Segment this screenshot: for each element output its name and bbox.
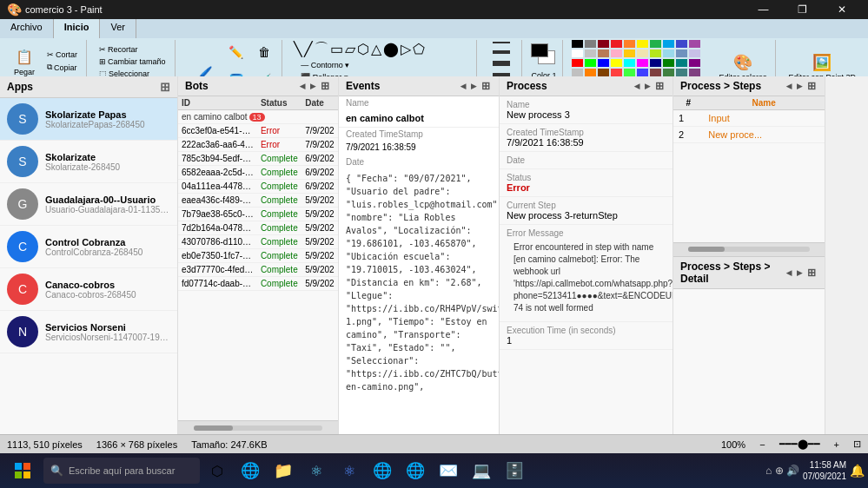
bots-nav-right[interactable]: ▸ [308, 80, 317, 92]
color-1-box[interactable] [531, 43, 548, 57]
contorno-button[interactable]: — Contorno ▾ [297, 60, 353, 70]
tab-archivo[interactable]: Archivo [0, 19, 54, 38]
app-item[interactable]: S Skolarizate Papas SkolarizatePapas-268… [0, 98, 177, 141]
col-status[interactable]: Status [257, 96, 301, 110]
maximize-button[interactable]: ❐ [783, 0, 822, 19]
zoom-slider[interactable]: ━━━⬤━━ [779, 439, 820, 450]
events-nav-left[interactable]: ◂ [459, 80, 467, 92]
color-swatch[interactable] [650, 40, 661, 48]
color-swatch[interactable] [637, 69, 648, 76]
folder-icon[interactable]: 📁 [268, 455, 299, 486]
app-item[interactable]: C Canaco-cobros Canaco-cobros-268450 [0, 268, 177, 311]
chrome-icon[interactable]: 🌐 [367, 455, 398, 486]
color-swatch[interactable] [572, 59, 583, 67]
events-expand-icon[interactable]: ⊞ [480, 80, 492, 92]
eraser-button[interactable]: 🗑 [252, 40, 276, 64]
minimize-button[interactable]: — [744, 0, 783, 19]
zoom-increase[interactable]: + [834, 439, 839, 450]
forma-9[interactable]: ▷ [401, 41, 411, 57]
table-row[interactable]: 04a111ea-4478-48... Complete 6/9/202 [178, 180, 338, 194]
bots-nav-left[interactable]: ◂ [298, 80, 307, 92]
size-3[interactable] [493, 61, 510, 66]
color-swatch[interactable] [689, 69, 700, 76]
table-row[interactable]: 43070786-d110-4... Complete 5/9/202 [178, 235, 338, 249]
color-swatch[interactable] [585, 59, 596, 67]
forma-7[interactable]: △ [371, 41, 381, 57]
color-swatch[interactable] [611, 49, 622, 57]
paste-button[interactable]: 📋 Pegar [9, 45, 40, 78]
color-swatch[interactable] [611, 69, 622, 76]
recortar-button[interactable]: ✂ Recortar [96, 44, 169, 55]
color-swatch[interactable] [598, 40, 609, 48]
steps-scrollbar[interactable] [688, 247, 809, 252]
app-item[interactable]: S Skolarizate Skolarizate-268450 [0, 141, 177, 183]
process-nav-left[interactable]: ◂ [633, 80, 641, 92]
color-swatch[interactable] [624, 49, 635, 57]
mail-icon[interactable]: ✉️ [433, 455, 464, 486]
app-item[interactable]: C Control Cobranza ControlCobranza-26845… [0, 226, 177, 268]
events-nav-right[interactable]: ▸ [469, 80, 478, 92]
atom-icon[interactable]: ⚛ [301, 455, 332, 486]
color-swatch[interactable] [637, 49, 648, 57]
fit-icon[interactable]: ⊡ [853, 439, 861, 450]
col-id[interactable]: ID [178, 96, 257, 110]
color-swatch[interactable] [676, 69, 687, 76]
forma-6[interactable]: ⬡ [357, 41, 369, 57]
color-swatch[interactable] [663, 40, 674, 48]
forma-10[interactable]: ⬠ [413, 41, 425, 57]
color-swatch[interactable] [572, 40, 583, 48]
steps-nav-right[interactable]: ▸ [795, 80, 804, 92]
table-row[interactable]: 7d2b164a-0478-4... Complete 5/9/202 [178, 221, 338, 235]
bots-scrollbar[interactable] [194, 425, 321, 431]
size-1[interactable] [493, 42, 510, 43]
color-swatch[interactable] [572, 49, 583, 57]
table-row[interactable]: en camino calbot13 [178, 110, 338, 124]
color-swatch[interactable] [650, 69, 661, 76]
forma-2[interactable]: ╱ [304, 41, 313, 57]
table-row[interactable]: eaea436c-f489-43... Complete 5/9/202 [178, 194, 338, 208]
forma-1[interactable]: ╲ [294, 41, 302, 57]
zoom-decrease[interactable]: − [759, 439, 765, 450]
color-swatch[interactable] [598, 59, 609, 67]
table-row[interactable]: e3d77770c-4fed-48... Complete 5/9/202 [178, 263, 338, 277]
task-view-icon[interactable]: ⬡ [202, 455, 233, 486]
table-row[interactable]: 6582eaaa-2c5d-4... Complete 6/9/202 [178, 166, 338, 180]
cambiar-tamano-button[interactable]: ⊞ Cambiar tamaño [96, 56, 169, 67]
app-item[interactable]: G Guadalajara-00--Usuario Usuario-Guadal… [0, 183, 177, 226]
process-nav-right[interactable]: ▸ [643, 80, 652, 92]
color-swatch[interactable] [585, 40, 596, 48]
cut-button[interactable]: ✂ Cortar [43, 49, 81, 60]
table-row[interactable]: 222ac3a6-aa6-45... Error 7/9/202 [178, 138, 338, 152]
forma-5[interactable]: ▱ [345, 41, 355, 57]
color-swatch[interactable] [676, 59, 687, 67]
table-row[interactable]: 1 Input [673, 110, 825, 127]
table-row[interactable]: 785c3b94-5edf-4b... Complete 6/9/202 [178, 152, 338, 166]
search-bar[interactable]: 🔍 Escribe aquí para buscar [43, 458, 200, 484]
edge-icon[interactable]: 🌐 [235, 455, 266, 486]
forma-4[interactable]: ▭ [330, 41, 343, 57]
color-swatch[interactable] [650, 59, 661, 67]
close-button[interactable]: ✕ [822, 0, 861, 19]
forma-3[interactable]: ⌒ [315, 40, 328, 58]
color-swatch[interactable] [598, 49, 609, 57]
notification-icon[interactable]: 🔔 [850, 464, 865, 478]
table-row[interactable]: 2 New proce... [673, 127, 825, 143]
steps-nav-left[interactable]: ◂ [785, 80, 793, 92]
start-button[interactable] [3, 455, 42, 486]
ie-icon[interactable]: 🌐 [400, 455, 431, 486]
color-swatch[interactable] [689, 40, 700, 48]
color-swatch[interactable] [663, 69, 674, 76]
color-swatch[interactable] [572, 69, 583, 76]
steps-detail-nav-right[interactable]: ▸ [795, 267, 804, 279]
color-swatch[interactable] [598, 69, 609, 76]
color-swatch[interactable] [624, 59, 635, 67]
color-swatch[interactable] [637, 59, 648, 67]
color-swatch[interactable] [585, 49, 596, 57]
db-icon[interactable]: 🗄️ [499, 455, 530, 486]
steps-expand-icon[interactable]: ⊞ [805, 80, 818, 92]
copy-button[interactable]: ⧉ Copiar [43, 62, 81, 73]
color-swatch[interactable] [689, 49, 700, 57]
table-row[interactable]: 6cc3ef0a-e541-4a... Error 7/9/202 [178, 124, 338, 138]
steps-detail-nav-left[interactable]: ◂ [785, 267, 793, 279]
steps-detail-expand-icon[interactable]: ⊞ [805, 267, 818, 279]
